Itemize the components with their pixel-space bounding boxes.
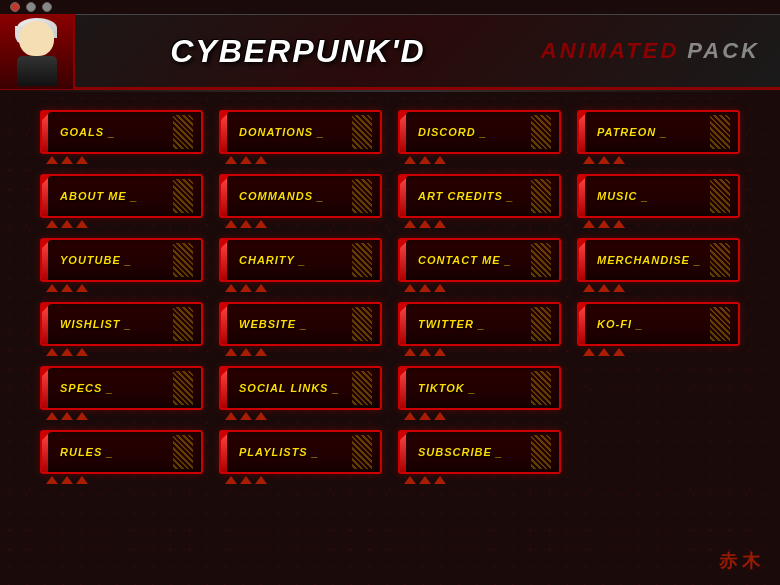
panel-btn-label-subscribe: SUBSCRIBE _ — [410, 446, 503, 458]
panel-btn-label-specs: SPECS _ — [52, 382, 113, 394]
panel-btn-label-playlists: PLAYLISTS _ — [231, 446, 319, 458]
panel-btn-label-social-links: SOCIAL LINKS _ — [231, 382, 340, 394]
panel-btn-label-commands: COMMANDS _ — [231, 190, 324, 202]
panel-button-twitter[interactable]: TWITTER _ — [398, 302, 561, 354]
top-bar — [0, 0, 780, 15]
subtitle-animated: ANIMATED — [541, 38, 679, 64]
panel-btn-label-about-me: ABOUT ME _ — [52, 190, 138, 202]
close-button[interactable] — [10, 2, 20, 12]
panel-btn-label-music: MUSIC _ — [589, 190, 649, 202]
panel-btn-label-goals: GOALS _ — [52, 126, 115, 138]
panel-btn-label-tiktok: TIKTOK _ — [410, 382, 476, 394]
minimize-button[interactable] — [26, 2, 36, 12]
panel-btn-label-wishlist: WISHLIST _ — [52, 318, 132, 330]
panel-button-website[interactable]: WEBSITE _ — [219, 302, 382, 354]
panel-btn-label-website: WEBSITE _ — [231, 318, 307, 330]
avatar — [0, 14, 75, 89]
panel-button-ko-fi[interactable]: KO-FI _ — [577, 302, 740, 354]
panel-button-discord[interactable]: DISCORD _ — [398, 110, 561, 162]
avatar-body — [17, 56, 57, 86]
main-title: CYBERPUNK'D — [170, 33, 425, 70]
panel-btn-label-art-credits: ART CREDITS _ — [410, 190, 514, 202]
panel-button-tiktok[interactable]: TIKTOK _ — [398, 366, 561, 418]
panel-button-subscribe[interactable]: SUBSCRIBE _ — [398, 430, 561, 482]
header-title-area: CYBERPUNK'D — [75, 33, 541, 70]
panel-button-contact-me[interactable]: CONTACT ME _ — [398, 238, 561, 290]
panel-btn-label-donations: DONATIONS _ — [231, 126, 324, 138]
panel-button-playlists[interactable]: PLAYLISTS _ — [219, 430, 382, 482]
panel-button-music[interactable]: MUSIC _ — [577, 174, 740, 226]
header-subtitle: ANIMATED PACK — [541, 38, 780, 64]
panel-button-empty1 — [577, 366, 740, 418]
panel-btn-label-contact-me: CONTACT ME _ — [410, 254, 512, 266]
panel-button-merchandise[interactable]: MERCHANDISE _ — [577, 238, 740, 290]
avatar-figure — [7, 16, 67, 86]
panel-button-commands[interactable]: COMMANDS _ — [219, 174, 382, 226]
panel-btn-label-twitter: TWITTER _ — [410, 318, 485, 330]
panel-btn-label-merchandise: MERCHANDISE _ — [589, 254, 701, 266]
panel-btn-label-ko-fi: KO-FI _ — [589, 318, 643, 330]
panel-btn-label-patreon: PATREON _ — [589, 126, 667, 138]
panel-btn-label-discord: DISCORD _ — [410, 126, 487, 138]
panel-button-charity[interactable]: CHARITY _ — [219, 238, 382, 290]
watermark: 赤 木 — [719, 549, 760, 573]
panel-button-social-links[interactable]: SOCIAL LINKS _ — [219, 366, 382, 418]
main-content: GOALS _ DONATIONS _ — [0, 90, 780, 502]
panel-button-patreon[interactable]: PATREON _ — [577, 110, 740, 162]
panel-btn-label-youtube: YOUTUBE _ — [52, 254, 132, 266]
panel-btn-label-charity: CHARITY _ — [231, 254, 306, 266]
maximize-button[interactable] — [42, 2, 52, 12]
panel-button-wishlist[interactable]: WISHLIST _ — [40, 302, 203, 354]
panel-button-rules[interactable]: RULES _ — [40, 430, 203, 482]
header: CYBERPUNK'D ANIMATED PACK — [0, 15, 780, 90]
panel-button-goals[interactable]: GOALS _ — [40, 110, 203, 162]
panel-button-about-me[interactable]: ABOUT ME _ — [40, 174, 203, 226]
panel-button-specs[interactable]: SPECS _ — [40, 366, 203, 418]
panel-button-empty2 — [577, 430, 740, 482]
panel-btn-label-rules: RULES _ — [52, 446, 113, 458]
panel-button-youtube[interactable]: YOUTUBE _ — [40, 238, 203, 290]
avatar-head — [19, 21, 54, 56]
panel-button-donations[interactable]: DONATIONS _ — [219, 110, 382, 162]
panel-button-art-credits[interactable]: ART CREDITS _ — [398, 174, 561, 226]
subtitle-pack: PACK — [687, 38, 760, 64]
buttons-grid: GOALS _ DONATIONS _ — [40, 110, 740, 482]
